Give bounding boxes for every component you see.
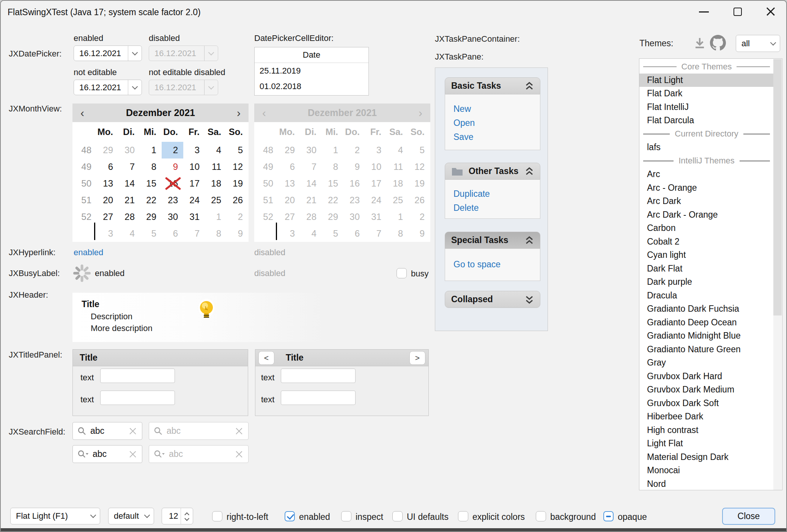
calendar-day[interactable]: 4 [118, 225, 140, 242]
calendar-day[interactable]: 18 [205, 175, 227, 192]
font-combo[interactable]: default [108, 508, 154, 524]
chevron-down-icon[interactable] [128, 46, 142, 61]
taskpane-link-go-to-space[interactable]: Go to space [453, 257, 540, 271]
calendar-day[interactable]: 2 [162, 142, 183, 159]
calendar-day[interactable]: 3 [183, 142, 205, 159]
maximize-button[interactable] [725, 1, 750, 23]
theme-list-item[interactable]: Hiberbee Dark [639, 410, 774, 424]
titled-panel-left-button[interactable]: < [258, 351, 274, 365]
theme-list-item[interactable]: Monocai [639, 464, 774, 477]
font-size-spinner[interactable]: 12 [162, 508, 193, 524]
theme-list-item[interactable]: Dark Flat [639, 262, 774, 276]
calendar-day[interactable]: 16 [162, 175, 183, 192]
calendar-day[interactable]: 12 [227, 159, 248, 175]
download-icon[interactable] [693, 36, 707, 50]
theme-list-item[interactable]: Dark purple [639, 275, 774, 289]
github-icon[interactable] [710, 35, 726, 51]
calendar-day[interactable]: 20 [97, 192, 118, 209]
calendar-day[interactable]: 4 [205, 142, 227, 159]
theme-list-item[interactable]: Arc Dark - Orange [639, 208, 774, 222]
calendar-day[interactable]: 23 [162, 192, 183, 209]
laf-combo[interactable]: Flat Light (F1) [10, 508, 100, 524]
calendar-day[interactable]: 2 [227, 209, 248, 225]
calendar-day[interactable]: 15 [140, 175, 162, 192]
clear-icon[interactable] [129, 427, 137, 435]
theme-list-item[interactable]: Flat Light [639, 74, 774, 87]
theme-list-item[interactable]: Gradianto Deep Ocean [639, 316, 774, 330]
minimize-button[interactable] [691, 1, 716, 23]
text-field[interactable] [100, 369, 175, 383]
calendar-day[interactable]: 7 [183, 225, 205, 242]
theme-list-item[interactable]: Arc Dark [639, 195, 774, 208]
theme-list-item[interactable]: Gradianto Nature Green [639, 343, 774, 356]
taskpane-header[interactable]: Special Tasks [445, 232, 540, 249]
calendar-day[interactable]: 29 [140, 209, 162, 225]
titled-panel-right-button[interactable]: > [409, 351, 425, 365]
checkbox-inspect[interactable] [341, 511, 351, 521]
calendar-day[interactable]: 30 [162, 209, 183, 225]
calendar-day[interactable]: 1 [205, 209, 227, 225]
calendar-day[interactable]: 8 [205, 225, 227, 242]
theme-list-item[interactable]: Gradianto Midnight Blue [639, 329, 774, 343]
calendar-day[interactable]: 17 [183, 175, 205, 192]
theme-list-item[interactable]: lafs [639, 141, 774, 154]
calendar-day[interactable]: 7 [118, 159, 140, 175]
close-button[interactable]: Close [722, 508, 775, 525]
calendar-day[interactable]: 14 [118, 175, 140, 192]
checkbox-explicit-colors[interactable] [458, 511, 468, 521]
busy-checkbox[interactable] [397, 268, 407, 278]
checkbox-background[interactable] [536, 511, 546, 521]
search-field-enabled[interactable]: abc [72, 422, 142, 440]
calendar-day[interactable]: 6 [97, 159, 118, 175]
text-field[interactable] [281, 391, 356, 405]
search-field-with-menu-enabled[interactable]: abc [72, 445, 142, 463]
collapse-icon[interactable] [525, 81, 534, 91]
theme-list-item[interactable]: Light Flat [639, 437, 774, 450]
text-field[interactable] [281, 369, 356, 383]
calendar-day[interactable]: 30 [118, 142, 140, 159]
themes-filter-combo[interactable]: all [736, 35, 780, 52]
calendar-day[interactable]: 6 [162, 225, 183, 242]
taskpane-header[interactable]: Basic Tasks [445, 77, 540, 94]
calendar-day[interactable]: 5 [140, 225, 162, 242]
theme-list-item[interactable]: Nord [639, 477, 774, 491]
calendar-day[interactable]: 24 [183, 192, 205, 209]
hyperlink-enabled[interactable]: enabled [74, 248, 103, 257]
calendar-day[interactable]: 19 [227, 175, 248, 192]
next-month-button[interactable]: › [229, 104, 249, 122]
calendar-day[interactable]: 31 [183, 209, 205, 225]
calendar-day[interactable]: 10 [183, 159, 205, 175]
taskpane-header[interactable]: Other Tasks [445, 163, 540, 180]
theme-list-item[interactable]: Gray [639, 356, 774, 370]
theme-list-item[interactable]: Gruvbox Dark Medium [639, 383, 774, 397]
calendar-day[interactable]: 8 [140, 159, 162, 175]
theme-list-item[interactable]: Gradianto Dark Fuchsia [639, 302, 774, 316]
calendar-day[interactable]: 28 [118, 209, 140, 225]
calendar-day[interactable]: 11 [205, 159, 227, 175]
calendar-day[interactable]: 9 [162, 159, 183, 175]
theme-list-item[interactable]: High contrast [639, 424, 774, 437]
theme-list-item[interactable]: Arc - Orange [639, 181, 774, 195]
checkbox-right-to-left[interactable] [212, 511, 222, 521]
calendar-day[interactable]: 13 [97, 175, 118, 192]
scrollbar-thumb[interactable] [773, 59, 782, 315]
calendar-day[interactable]: 9 [227, 225, 248, 242]
checkbox-opaque[interactable] [603, 511, 614, 521]
spinner-arrows[interactable] [181, 508, 193, 524]
collapse-icon[interactable] [525, 166, 534, 176]
theme-list-item[interactable]: Dracula [639, 289, 774, 303]
prev-month-button[interactable]: ‹ [72, 104, 92, 122]
theme-list-item[interactable]: Carbon [639, 221, 774, 235]
theme-list-item[interactable]: Flat Darcula [639, 114, 774, 127]
theme-list-item[interactable]: Cobalt 2 [639, 235, 774, 249]
taskpane-link-save[interactable]: Save [453, 130, 540, 144]
taskpane-header[interactable]: Collapsed [445, 291, 540, 308]
text-field[interactable] [100, 391, 175, 405]
calendar-day[interactable]: 26 [227, 192, 248, 209]
calendar-day[interactable]: 21 [118, 192, 140, 209]
theme-list-item[interactable]: Material Design Dark [639, 450, 774, 464]
collapse-icon[interactable] [525, 235, 534, 245]
expand-icon[interactable] [525, 295, 534, 304]
search-menu-icon[interactable] [77, 450, 89, 459]
calendar-day[interactable]: 3 [97, 225, 118, 242]
